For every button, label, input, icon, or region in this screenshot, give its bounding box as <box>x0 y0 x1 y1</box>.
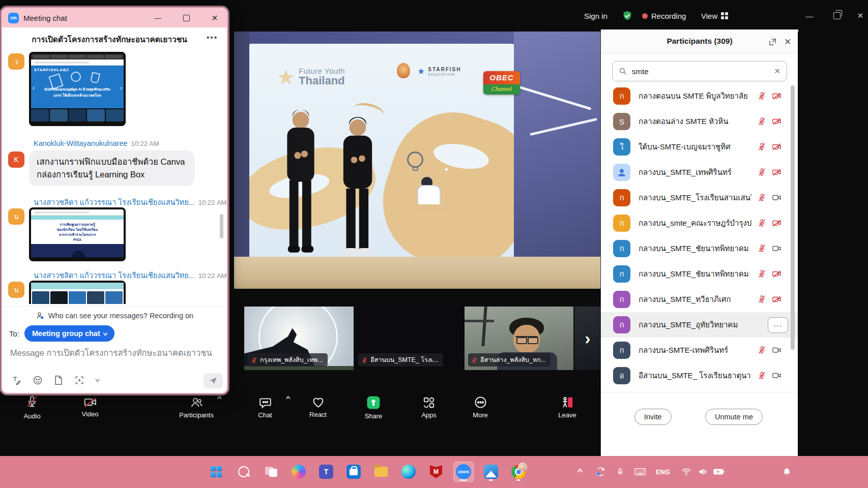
volume-icon[interactable] <box>694 463 711 481</box>
battery-icon[interactable] <box>710 463 728 481</box>
chat-image-attachment[interactable] <box>29 281 126 304</box>
camera-off-icon[interactable] <box>772 143 782 151</box>
participant-row[interactable]: ก กลางบน_SMTE_โรงเรียนสามเสนวิท... <box>601 185 798 210</box>
unmute-me-button[interactable]: Unmute me <box>705 409 763 425</box>
window-close-button[interactable]: ✕ <box>853 0 868 32</box>
chat-image-attachment[interactable]: STARFISHLABZ อัปสกิลสมองมนุษย์ยุค AI ด้ว… <box>29 52 126 126</box>
shield-check-icon[interactable] <box>622 0 633 32</box>
recording-indicator[interactable]: Recording <box>642 0 686 32</box>
camera-on-icon[interactable] <box>772 372 782 380</box>
toolbar-share-button[interactable]: Share <box>348 391 399 423</box>
search-button[interactable] <box>234 462 254 482</box>
participant-row[interactable]: อ อีสานบน_SMTE_ โรงเรียนธาตุนารา... <box>601 363 798 388</box>
file-icon[interactable] <box>54 375 63 385</box>
toolbar-chat-chevron-icon[interactable]: ˄ <box>286 394 291 401</box>
camera-on-icon[interactable] <box>772 245 782 253</box>
video-thumbnail-1[interactable]: กรุงเทพ_พลังสิบ_เทพ... <box>244 307 354 370</box>
task-view-button[interactable] <box>261 462 281 482</box>
participant-row[interactable]: S กลางตอนล่าง SMTE หัวหิน <box>601 109 798 134</box>
file-explorer-button[interactable] <box>371 462 391 482</box>
mic-muted-icon[interactable] <box>758 168 766 176</box>
edge-button[interactable] <box>398 462 419 482</box>
toolbar-video-button[interactable]: Video <box>65 391 115 423</box>
photos-button[interactable] <box>481 462 501 482</box>
next-videos-arrow[interactable]: › <box>579 328 596 348</box>
toolbar-audio-button[interactable]: Audio <box>7 391 57 423</box>
tray-microphone-icon[interactable] <box>612 463 628 481</box>
camera-off-icon[interactable] <box>772 117 782 126</box>
toolbar-participants-chevron-icon[interactable]: ˄ <box>217 394 222 401</box>
mic-muted-icon[interactable] <box>758 92 766 100</box>
chat-minimize-button[interactable]: — <box>147 8 169 27</box>
camera-off-icon[interactable] <box>772 168 782 176</box>
message-bubble[interactable]: เสกงานกราฟฟิกแบบมืออาชีพด้วย Canva กล่อง… <box>29 150 194 186</box>
tray-expand-icon[interactable]: ˄ <box>569 461 592 479</box>
video-thumbnail-3[interactable]: อีสานล่าง_พลังสิบ_หก... <box>465 307 573 370</box>
participant-row[interactable]: ก กลางบน-SMTE-เทพศิรินทร์ <box>601 338 798 363</box>
chat-scrollbar[interactable] <box>220 214 223 238</box>
participant-more-button[interactable]: ··· <box>768 317 788 333</box>
toolbar-more-button[interactable]: More <box>455 391 506 423</box>
participant-row[interactable]: ก กลางบน_SMTE_ชัยนาทพิทยาคม <box>601 236 798 261</box>
chat-close-button[interactable]: ✕ <box>204 8 226 27</box>
camera-off-icon[interactable] <box>772 270 782 278</box>
popout-icon[interactable] <box>767 36 778 47</box>
mic-muted-icon[interactable] <box>758 295 766 303</box>
copilot-button[interactable] <box>288 462 309 482</box>
screenshot-icon[interactable] <box>74 375 84 385</box>
camera-off-icon[interactable] <box>772 92 782 100</box>
participant-row[interactable]: ใ ใต้บน-SMTE-เบญจมราชูทิศ <box>601 134 798 160</box>
recipient-selector[interactable]: Meeting group chat˅ <box>24 325 114 342</box>
camera-on-icon[interactable] <box>772 346 782 354</box>
send-button[interactable] <box>204 373 223 388</box>
close-panel-icon[interactable]: ✕ <box>782 36 793 47</box>
mic-muted-icon[interactable] <box>758 371 766 380</box>
chrome-button[interactable] <box>508 462 529 482</box>
touch-keyboard-icon[interactable] <box>631 463 649 481</box>
video-thumbnail-2[interactable]: อีสานบน_SMTE_ โรงเ... <box>355 307 464 370</box>
participant-row[interactable]: กลางบน_SMTE_เทพศิรินทร์ <box>601 160 798 185</box>
participant-row[interactable]: ก กลางบน_smte_คณะราษฎร์บำรุงปทุ... <box>601 210 798 236</box>
emoji-icon[interactable] <box>33 375 43 385</box>
mic-muted-icon[interactable] <box>758 269 766 278</box>
chat-maximize-button[interactable] <box>175 8 197 27</box>
zoom-app-button[interactable]: zoom <box>453 462 474 482</box>
camera-on-icon[interactable] <box>772 194 782 202</box>
sync-icon[interactable] <box>592 463 609 481</box>
mcafee-button[interactable]: M <box>426 462 446 482</box>
camera-off-icon[interactable] <box>772 219 782 227</box>
toolbar-chat-button[interactable]: Chat <box>240 391 291 423</box>
start-button[interactable] <box>206 462 226 482</box>
wifi-icon[interactable] <box>678 463 695 481</box>
mic-muted-icon[interactable] <box>758 142 766 151</box>
chat-image-attachment[interactable]: การเพิ่มพูนความฉลาดรู้ ของนักเรียน โดยใช… <box>29 207 126 261</box>
camera-off-icon[interactable] <box>772 295 782 303</box>
participant-row[interactable]: ก กลางบน_SMTE_ชัยนาทพิทยาคม <box>601 261 798 287</box>
mic-muted-icon[interactable] <box>758 244 766 253</box>
participant-row[interactable]: ก กลางบน_SMTE_อุทัยวิทยาคม··· <box>601 312 798 338</box>
window-restore-button[interactable] <box>825 0 849 32</box>
invite-button[interactable]: Invite <box>634 409 672 425</box>
mic-muted-icon[interactable] <box>758 346 766 354</box>
mic-muted-icon[interactable] <box>758 193 766 202</box>
chevron-down-icon[interactable]: ˅ <box>95 377 100 383</box>
search-input[interactable] <box>631 67 770 76</box>
participant-row[interactable]: ก กลางตอนบน SMTE พิบูลวิทยาลัย <box>601 83 798 109</box>
participants-scrollbar[interactable] <box>791 85 795 350</box>
sign-in-button[interactable]: Sign in <box>584 0 607 32</box>
microsoft-store-button[interactable] <box>343 462 364 482</box>
toolbar-react-button[interactable]: React <box>293 391 343 423</box>
teams-button[interactable]: T <box>316 462 336 482</box>
chat-title-bar[interactable]: zm Meeting chat — ✕ <box>2 8 227 27</box>
mic-muted-icon[interactable] <box>758 117 766 126</box>
toolbar-leave-button[interactable]: Leave <box>542 391 593 423</box>
clear-search-icon[interactable]: ✕ <box>774 67 780 76</box>
toolbar-participants-button[interactable]: Participants <box>171 391 222 423</box>
chat-options-icon[interactable]: ••• <box>207 33 218 43</box>
format-text-icon[interactable] <box>11 375 21 385</box>
message-input[interactable] <box>9 348 215 358</box>
mic-muted-icon[interactable] <box>758 219 766 227</box>
language-indicator[interactable]: ENG <box>652 463 674 481</box>
view-button[interactable]: View <box>701 0 728 32</box>
toolbar-apps-button[interactable]: Apps <box>403 391 454 423</box>
